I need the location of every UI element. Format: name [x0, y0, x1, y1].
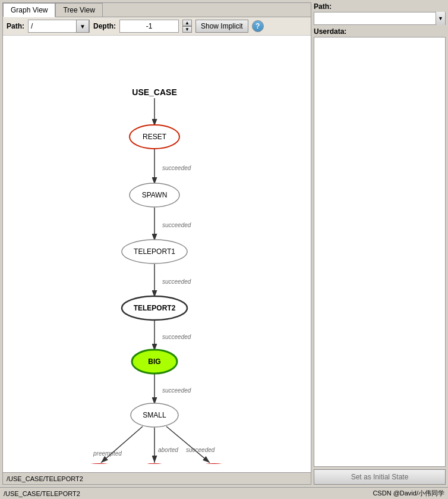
- status-bar: /USE_CASE/TELEPORT2: [3, 472, 311, 484]
- label-reset-spawn: succeeded: [162, 165, 191, 171]
- right-path-dropdown-btn[interactable]: ▼: [436, 12, 445, 25]
- node-small-label: SMALL: [143, 411, 166, 419]
- top-area: Graph View Tree View Path: ▼ Depth: ▲ ▼ …: [0, 0, 448, 487]
- right-panel: Path: ▼ Userdata: Set as Initial State: [314, 2, 446, 485]
- path-dropdown-btn[interactable]: ▼: [76, 20, 89, 33]
- label-small-preempted: preempted: [93, 450, 122, 457]
- watermark: CSDN @David/小伟同学: [373, 489, 444, 498]
- node-use-case-label: USE_CASE: [132, 87, 176, 97]
- arrow-small-succeeded: [166, 426, 210, 463]
- userdata-textarea[interactable]: [314, 37, 446, 467]
- set-initial-state-button[interactable]: Set as Initial State: [314, 469, 446, 485]
- label-small-succeeded: succeeded: [186, 447, 215, 453]
- label-teleport1-teleport2: succeeded: [162, 278, 191, 285]
- node-teleport1-label: TELEPORT1: [134, 247, 175, 256]
- depth-down-btn[interactable]: ▼: [182, 26, 192, 33]
- tab-graph-view[interactable]: Graph View: [3, 3, 55, 17]
- tab-bar: Graph View Tree View: [3, 3, 311, 17]
- depth-spinner: ▲ ▼: [182, 20, 192, 33]
- tab-tree-view[interactable]: Tree View: [55, 3, 102, 17]
- depth-label: Depth:: [93, 22, 116, 30]
- help-button[interactable]: ?: [252, 20, 264, 32]
- right-path-label: Path:: [314, 2, 446, 11]
- label-small-aborted: aborted: [158, 447, 178, 453]
- label-big-small: succeeded: [162, 387, 191, 394]
- node-reset-label: RESET: [143, 133, 167, 141]
- bottom-bar: /USE_CASE/TELEPORT2 CSDN @David/小伟同学: [0, 487, 448, 499]
- node-teleport2-label: TELEPORT2: [134, 304, 176, 312]
- right-path-section: Path: ▼: [314, 2, 446, 25]
- depth-input[interactable]: [119, 20, 179, 33]
- main-container: Graph View Tree View Path: ▼ Depth: ▲ ▼ …: [0, 0, 448, 499]
- label-teleport2-big: succeeded: [162, 334, 191, 340]
- graph-svg: USE_CASE RESET succeeded SPAWN succeeded: [3, 36, 306, 464]
- status-path: /USE_CASE/TELEPORT2: [7, 475, 83, 482]
- label-spawn-teleport1: succeeded: [162, 222, 191, 228]
- right-userdata-label: Userdata:: [314, 27, 446, 36]
- path-input[interactable]: [29, 20, 76, 32]
- bottom-path: /USE_CASE/TELEPORT2: [4, 490, 80, 497]
- node-spawn-label: SPAWN: [142, 191, 168, 199]
- right-path-input-container: ▼: [314, 12, 446, 25]
- show-implicit-button[interactable]: Show Implicit: [195, 20, 248, 33]
- right-userdata-section: Userdata:: [314, 27, 446, 467]
- depth-up-btn[interactable]: ▲: [182, 20, 192, 26]
- graph-area[interactable]: USE_CASE RESET succeeded SPAWN succeeded: [3, 36, 311, 472]
- toolbar: Path: ▼ Depth: ▲ ▼ Show Implicit ?: [3, 17, 311, 36]
- left-panel: Graph View Tree View Path: ▼ Depth: ▲ ▼ …: [2, 2, 311, 485]
- right-path-input[interactable]: [314, 12, 436, 24]
- node-big-label: BIG: [148, 357, 160, 366]
- path-label: Path:: [7, 22, 24, 30]
- arrow-small-preempted: [101, 426, 143, 463]
